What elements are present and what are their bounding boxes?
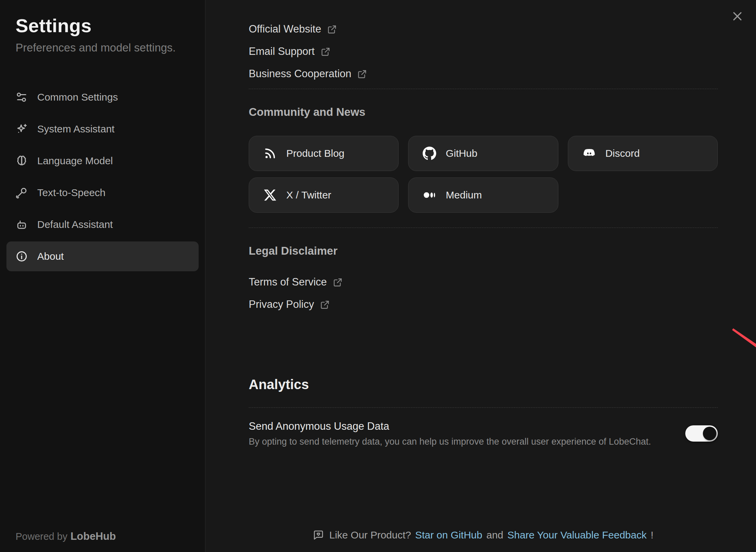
link-label: Terms of Service [249, 275, 327, 290]
sidebar-item-label: Language Model [37, 155, 113, 167]
external-link-icon [327, 25, 337, 34]
usage-data-description: By opting to send telemetry data, you ca… [249, 435, 651, 448]
about-panel: Contact Us Official Website Email Suppor… [205, 0, 756, 552]
feedback-footer: Like Our Product? Star on GitHub and Sha… [249, 528, 718, 543]
sidebar-header: Settings Preferences and model settings. [0, 0, 205, 56]
message-square-heart-icon [313, 530, 324, 540]
button-label: Product Blog [286, 148, 344, 159]
settings-sidebar: Settings Preferences and model settings.… [0, 0, 205, 552]
page-title: Settings [16, 14, 205, 37]
external-link-icon [357, 69, 367, 79]
community-heading: Community and News [249, 104, 718, 120]
email-support-link[interactable]: Email Support [249, 44, 330, 59]
annotation-arrow [727, 322, 756, 444]
link-label: Privacy Policy [249, 297, 314, 312]
external-link-icon [321, 47, 330, 57]
star-on-github-link[interactable]: Star on GitHub [415, 528, 482, 543]
info-icon [16, 250, 28, 262]
link-label: Official Website [249, 22, 321, 37]
x-twitter-icon [263, 188, 277, 202]
sidebar-item-system-assistant[interactable]: System Assistant [6, 114, 199, 144]
footer-conjunction: and [486, 528, 503, 543]
medium-button[interactable]: Medium [408, 177, 558, 213]
footer-suffix: ! [651, 528, 653, 543]
close-button[interactable] [730, 9, 745, 24]
usage-data-texts: Send Anonymous Usage Data By opting to s… [249, 419, 651, 448]
official-website-link[interactable]: Official Website [249, 22, 337, 37]
medium-icon [423, 188, 436, 202]
business-cooperation-link[interactable]: Business Cooperation [249, 66, 367, 81]
discord-button[interactable]: Discord [568, 136, 718, 171]
sidebar-item-label: Common Settings [37, 91, 118, 103]
legal-heading: Legal Disclaimer [249, 243, 718, 259]
external-link-icon [333, 278, 342, 287]
contact-links: Official Website Email Support Business … [249, 22, 718, 81]
sidebar-item-default-assistant[interactable]: Default Assistant [6, 210, 199, 239]
sidebar-item-language-model[interactable]: Language Model [6, 146, 199, 176]
divider [249, 89, 718, 89]
button-label: GitHub [446, 148, 477, 159]
powered-by: Powered byLobeHub [16, 530, 116, 543]
usage-data-toggle[interactable] [685, 425, 718, 442]
settings-window: Settings Preferences and model settings.… [0, 0, 756, 552]
button-label: Medium [446, 189, 482, 201]
divider [249, 228, 718, 228]
link-label: Email Support [249, 44, 315, 59]
privacy-policy-link[interactable]: Privacy Policy [249, 297, 330, 312]
sidebar-item-text-to-speech[interactable]: Text-to-Speech [6, 178, 199, 208]
sidebar-item-label: Default Assistant [37, 219, 113, 230]
settings-nav: Common Settings System Assistant [0, 82, 205, 271]
page-subtitle: Preferences and model settings. [16, 40, 205, 56]
sidebar-item-label: About [37, 251, 64, 262]
sidebar-item-common-settings[interactable]: Common Settings [6, 82, 199, 112]
sparkles-icon [16, 123, 28, 135]
community-buttons: Product Blog GitHub Discord [249, 136, 718, 213]
legal-links: Terms of Service Privacy Policy [249, 275, 718, 312]
lobehub-brand: LobeHub [70, 530, 116, 542]
button-label: Discord [605, 148, 640, 159]
terms-of-service-link[interactable]: Terms of Service [249, 275, 342, 290]
external-link-icon [320, 300, 330, 310]
button-label: X / Twitter [286, 189, 331, 201]
close-icon [731, 10, 743, 22]
usage-data-title: Send Anonymous Usage Data [249, 419, 651, 434]
footer-prefix: Like Our Product? [329, 528, 411, 543]
share-feedback-link[interactable]: Share Your Valuable Feedback [507, 528, 646, 543]
github-button[interactable]: GitHub [408, 136, 558, 171]
contact-heading: Contact Us [249, 0, 718, 3]
sidebar-item-label: Text-to-Speech [37, 187, 106, 198]
bot-icon [16, 218, 28, 231]
x-twitter-button[interactable]: X / Twitter [249, 177, 399, 213]
divider [249, 407, 718, 408]
sidebar-item-about[interactable]: About [6, 241, 199, 271]
sliders-icon [16, 91, 28, 103]
product-blog-button[interactable]: Product Blog [249, 136, 399, 171]
analytics-heading: Analytics [249, 375, 718, 394]
link-label: Business Cooperation [249, 66, 351, 81]
mic-icon [16, 187, 28, 199]
powered-by-label: Powered by [16, 531, 67, 542]
rss-icon [263, 147, 277, 160]
discord-icon [582, 147, 596, 160]
sidebar-item-label: System Assistant [37, 123, 114, 135]
toggle-knob [703, 427, 716, 440]
github-icon [423, 147, 436, 160]
usage-data-setting-row: Send Anonymous Usage Data By opting to s… [249, 419, 718, 448]
brain-icon [16, 155, 28, 167]
